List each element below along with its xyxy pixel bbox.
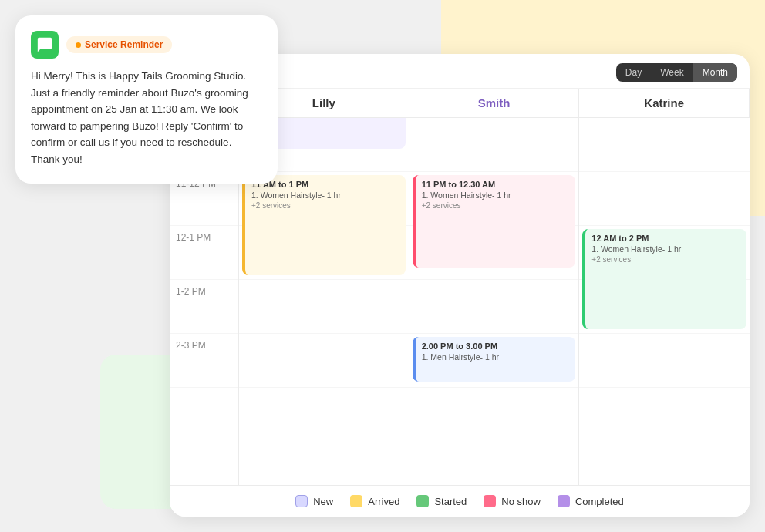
reminder-card-header: Service Reminder [31, 31, 262, 59]
katrine-slot-1 [579, 118, 750, 172]
lilly-slot-5 [239, 334, 409, 388]
message-icon [31, 31, 59, 59]
legend-completed-label: Completed [575, 496, 624, 507]
katrine-slot-3: 12 AM to 2 PM 1. Women Hairstyle- 1 hr +… [579, 226, 750, 280]
legend-dot-arrived [350, 495, 362, 507]
legend-new: New [295, 495, 333, 507]
katrine-appt-1-service: 1. Women Hairstyle- 1 hr [591, 244, 740, 254]
legend-dot-new [295, 495, 308, 507]
lilly-appt-2[interactable]: 11 AM to 1 PM 1. Women Hairstyle- 1 hr +… [242, 175, 406, 275]
legend-new-label: New [313, 496, 333, 507]
time-slot-5: 2-3 PM [170, 334, 238, 388]
scene: Service Reminder Hi Merry! This is Happy… [0, 0, 765, 532]
smith-appt-1-time: 11 PM to 12.30 AM [422, 180, 570, 189]
katrine-appt-1-more: +2 services [591, 255, 740, 264]
smith-appt-1-more: +2 services [422, 201, 570, 210]
time-slot-4: 1-2 PM [170, 280, 238, 334]
reminder-card: Service Reminder Hi Merry! This is Happy… [15, 15, 278, 184]
view-day-button[interactable]: Day [616, 63, 651, 82]
view-month-button[interactable]: Month [693, 63, 737, 82]
smith-slot-1 [409, 118, 579, 172]
legend-bar: New Arrived Started No show Completed [170, 485, 750, 517]
legend-arrived-label: Arrived [368, 496, 399, 507]
legend-dot-started [416, 495, 429, 507]
lilly-appt-2-service: 1. Women Hairstyle- 1 hr [251, 190, 399, 200]
legend-started-label: Started [434, 496, 467, 507]
smith-column: 11 PM to 12.30 AM 1. Women Hairstyle- 1 … [409, 118, 580, 485]
smith-appt-2-time: 2.00 PM to 3.00 PM [422, 342, 570, 351]
katrine-slot-2 [579, 172, 750, 226]
katrine-column: 12 AM to 2 PM 1. Women Hairstyle- 1 hr +… [579, 118, 750, 485]
lilly-appt-2-more: +2 services [251, 201, 399, 210]
view-week-button[interactable]: Week [651, 63, 693, 82]
smith-appt-2[interactable]: 2.00 PM to 3.00 PM 1. Men Hairstyle- 1 h… [413, 337, 576, 382]
katrine-slot-5 [579, 334, 750, 388]
reminder-badge: Service Reminder [66, 36, 172, 53]
smith-appt-1[interactable]: 11 PM to 12.30 AM 1. Women Hairstyle- 1 … [413, 175, 576, 268]
reminder-badge-text: Service Reminder [85, 39, 163, 50]
smith-slot-5: 2.00 PM to 3.00 PM 1. Men Hairstyle- 1 h… [409, 334, 579, 388]
lilly-appt-2-time: 11 AM to 1 PM [251, 180, 399, 189]
col-header-katrine: Katrine [579, 89, 750, 117]
smith-slot-2: 11 PM to 12.30 AM 1. Women Hairstyle- 1 … [409, 172, 579, 226]
legend-noshow: No show [484, 495, 541, 507]
legend-completed: Completed [558, 495, 624, 507]
katrine-appt-1[interactable]: 12 AM to 2 PM 1. Women Hairstyle- 1 hr +… [582, 229, 746, 329]
lilly-slot-4 [239, 280, 409, 334]
legend-dot-completed [558, 495, 570, 507]
legend-noshow-label: No show [501, 496, 541, 507]
col-header-smith: Smith [409, 89, 580, 117]
time-slot-3: 12-1 PM [170, 226, 238, 280]
legend-started: Started [416, 495, 467, 507]
legend-dot-noshow [484, 495, 496, 507]
smith-slot-4 [409, 280, 579, 334]
smith-appt-2-service: 1. Men Hairstyle- 1 hr [422, 352, 570, 362]
legend-arrived: Arrived [350, 495, 399, 507]
view-toggle: Day Week Month [616, 63, 737, 82]
katrine-appt-1-time: 12 AM to 2 PM [591, 234, 740, 243]
reminder-text: Hi Merry! This is Happy Tails Grooming S… [31, 68, 262, 168]
smith-appt-1-service: 1. Women Hairstyle- 1 hr [422, 190, 570, 200]
